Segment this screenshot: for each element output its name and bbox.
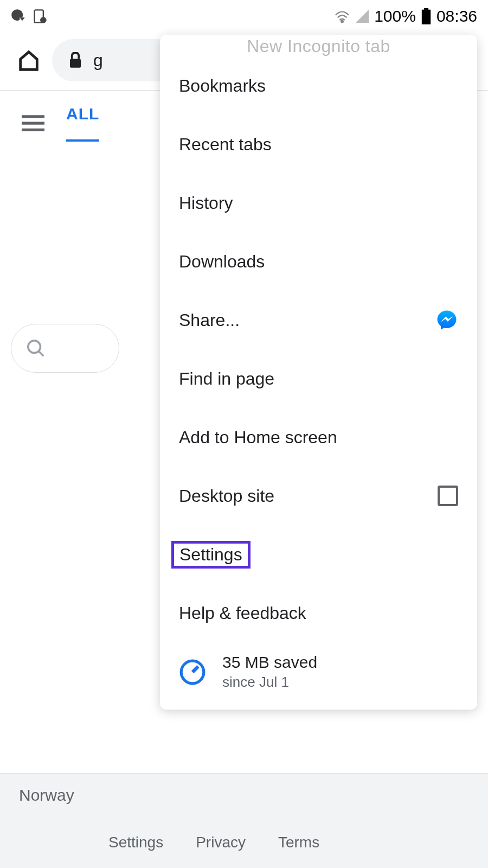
search-box[interactable]	[11, 324, 119, 373]
menu-item-incognito-clipped[interactable]: New Incognito tab	[160, 35, 477, 56]
data-saver-text: 35 MB saved since Jul 1	[222, 653, 317, 691]
wifi-icon	[334, 10, 350, 23]
notification-icon-2	[33, 9, 48, 24]
lock-icon	[68, 52, 82, 68]
home-button[interactable]	[16, 48, 41, 73]
data-saver-title: 35 MB saved	[222, 653, 317, 672]
svg-line-12	[39, 352, 44, 356]
messenger-icon	[435, 309, 458, 331]
status-right: 100% 08:36	[334, 7, 477, 25]
status-bar: 100% 08:36	[0, 0, 488, 30]
svg-point-3	[40, 17, 47, 23]
menu-item-desktop-site[interactable]: Desktop site	[160, 467, 477, 525]
data-saver-subtitle: since Jul 1	[222, 674, 317, 691]
menu-item-downloads[interactable]: Downloads	[160, 232, 477, 291]
svg-rect-7	[70, 59, 81, 68]
menu-item-history[interactable]: History	[160, 174, 477, 232]
menu-item-add-home[interactable]: Add to Home screen	[160, 408, 477, 467]
tab-all[interactable]: ALL	[66, 105, 99, 142]
search-icon	[27, 339, 45, 358]
svg-line-14	[192, 666, 198, 672]
menu-item-help[interactable]: Help & feedback	[160, 584, 477, 642]
svg-rect-6	[422, 10, 431, 24]
gauge-icon	[179, 659, 206, 686]
footer-location: Norway	[0, 773, 488, 816]
hamburger-icon[interactable]	[22, 114, 44, 132]
battery-text: 100%	[374, 7, 416, 25]
menu-item-recent-tabs[interactable]: Recent tabs	[160, 115, 477, 174]
url-text: g	[93, 50, 103, 71]
status-left	[11, 9, 48, 24]
battery-icon	[421, 8, 431, 24]
menu-item-settings[interactable]: Settings	[160, 525, 477, 584]
notification-icon-1	[11, 9, 26, 24]
svg-point-11	[28, 341, 41, 353]
footer-settings-link[interactable]: Settings	[108, 834, 163, 851]
location-text: Norway	[19, 786, 74, 805]
menu-item-find-in-page[interactable]: Find in page	[160, 349, 477, 408]
chrome-menu: New Incognito tab Bookmarks Recent tabs …	[160, 35, 477, 710]
menu-item-share[interactable]: Share...	[160, 291, 477, 349]
menu-item-bookmarks[interactable]: Bookmarks	[160, 56, 477, 115]
footer-terms-link[interactable]: Terms	[278, 834, 319, 851]
menu-item-data-saver[interactable]: 35 MB saved since Jul 1	[160, 642, 477, 710]
footer-privacy-link[interactable]: Privacy	[196, 834, 246, 851]
signal-icon	[356, 9, 369, 23]
clock-text: 08:36	[436, 7, 477, 25]
footer-links: Settings Privacy Terms	[0, 816, 488, 868]
desktop-site-checkbox[interactable]	[438, 486, 458, 506]
svg-point-4	[341, 21, 343, 23]
